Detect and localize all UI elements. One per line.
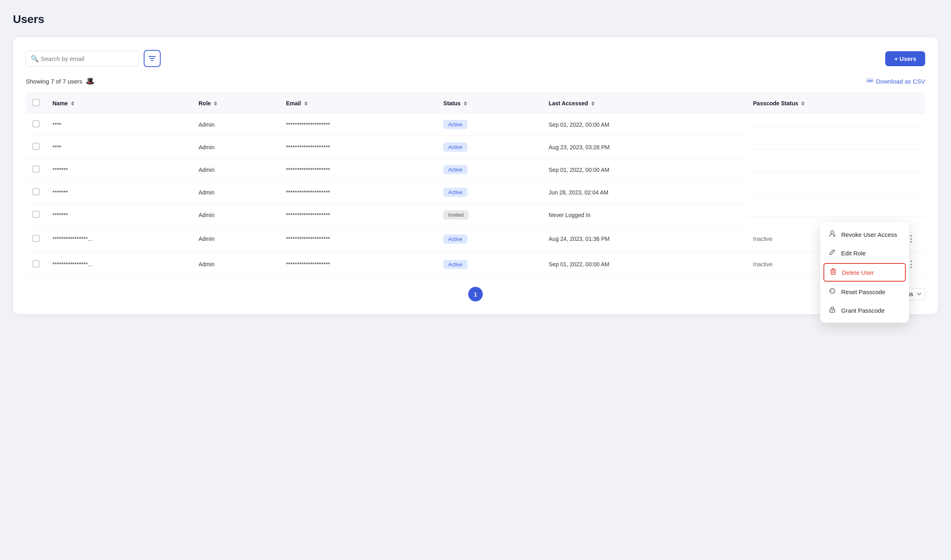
- menu-item-edit-role[interactable]: Edit Role: [820, 244, 909, 262]
- row-checkbox[interactable]: [32, 188, 40, 195]
- col-status[interactable]: Status: [437, 93, 542, 113]
- meta-row: Showing 7 of 7 users 🎩 CSV Download as C…: [26, 77, 925, 86]
- status-badge: Active: [443, 120, 467, 129]
- table-row: ****************... Admin **************…: [26, 252, 925, 277]
- table-row: ****************... Admin **************…: [26, 226, 925, 252]
- edit-icon: [828, 249, 836, 257]
- menu-item-delete-user-label: Delete User: [842, 269, 874, 276]
- menu-item-reset-passcode[interactable]: Reset Passcode: [820, 282, 909, 301]
- row-status: Active: [437, 159, 542, 181]
- col-last-accessed[interactable]: Last Accessed: [542, 93, 746, 113]
- lock-icon: [828, 306, 836, 315]
- row-status: Active: [437, 136, 542, 159]
- context-menu: Revoke User Access Edit Role: [820, 222, 909, 323]
- status-badge: Active: [443, 142, 467, 152]
- row-name: ****************...: [46, 226, 192, 252]
- row-passcode-cell: [747, 159, 925, 172]
- row-checkbox[interactable]: [32, 120, 40, 127]
- last-accessed-sort-icon: [591, 101, 595, 106]
- download-label: Download as CSV: [876, 78, 925, 85]
- toolbar: 🔍 + Users: [26, 50, 925, 67]
- svg-point-14: [832, 310, 833, 311]
- svg-text:CSV: CSV: [867, 79, 873, 82]
- row-last-accessed: Aug 23, 2023, 03:28 PM: [542, 136, 746, 159]
- row-name: *******: [46, 159, 192, 181]
- row-checkbox-cell: [26, 113, 46, 136]
- row-last-accessed: Aug 24, 2023, 01:36 PM: [542, 226, 746, 252]
- row-email: ********************: [279, 136, 437, 159]
- reset-icon: [828, 287, 836, 296]
- row-role: Admin: [192, 252, 279, 277]
- users-table: Name Role Email: [26, 93, 925, 277]
- row-checkbox[interactable]: [32, 235, 40, 242]
- svg-point-5: [831, 231, 834, 234]
- row-status: Active: [437, 252, 542, 277]
- col-passcode-status[interactable]: Passcode Status: [747, 93, 925, 113]
- row-passcode-cell: [747, 113, 925, 127]
- row-name: ****************...: [46, 252, 192, 277]
- row-last-accessed: Sep 01, 2022, 00:00 AM: [542, 159, 746, 181]
- add-users-button[interactable]: + Users: [885, 51, 925, 66]
- row-checkbox[interactable]: [32, 143, 40, 150]
- showing-count: Showing 7 of 7 users 🎩: [26, 77, 94, 86]
- table-header-row: Name Role Email: [26, 93, 925, 113]
- status-badge: Active: [443, 234, 467, 244]
- row-status: Invited: [437, 204, 542, 226]
- row-checkbox[interactable]: [32, 260, 40, 267]
- passcode-sort-icon: [801, 101, 804, 106]
- row-checkbox-cell: [26, 204, 46, 226]
- col-email[interactable]: Email: [279, 93, 437, 113]
- users-card: 🔍 + Users Showing 7 of 7 users 🎩 CSV Dow…: [13, 37, 938, 314]
- row-passcode-cell: [747, 136, 925, 149]
- row-role: Admin: [192, 226, 279, 252]
- row-status: Active: [437, 113, 542, 136]
- svg-rect-8: [831, 270, 835, 274]
- row-last-accessed: Never Logged In: [542, 204, 746, 226]
- row-email: ********************: [279, 204, 437, 226]
- row-email: ********************: [279, 226, 437, 252]
- passcode-status-value: Inactive: [753, 236, 773, 242]
- menu-item-reset-passcode-label: Reset Passcode: [841, 288, 885, 295]
- row-checkbox[interactable]: [32, 165, 40, 173]
- table-row: ******* Admin ******************** Activ…: [26, 159, 925, 181]
- page-title: Users: [13, 13, 938, 26]
- status-sort-icon: [464, 101, 467, 106]
- status-badge: Active: [443, 260, 467, 269]
- name-sort-icon: [71, 101, 74, 106]
- revoke-icon: [828, 230, 836, 239]
- download-csv-link[interactable]: CSV Download as CSV: [866, 78, 925, 85]
- row-checkbox[interactable]: [32, 211, 40, 218]
- col-name[interactable]: Name: [46, 93, 192, 113]
- row-checkbox-cell: [26, 226, 46, 252]
- menu-item-edit-role-label: Edit Role: [841, 250, 866, 257]
- row-email: ********************: [279, 181, 437, 204]
- menu-item-delete-user[interactable]: Delete User: [823, 263, 906, 282]
- row-last-accessed: Sep 01, 2022, 00:00 AM: [542, 113, 746, 136]
- row-name: *******: [46, 204, 192, 226]
- filter-button[interactable]: [144, 50, 161, 67]
- menu-item-revoke-label: Revoke User Access: [841, 231, 897, 238]
- menu-item-grant-passcode[interactable]: Grant Passcode: [820, 301, 909, 320]
- role-sort-icon: [214, 101, 217, 106]
- page-1-button[interactable]: 1: [468, 287, 483, 301]
- select-all-checkbox[interactable]: [32, 99, 40, 106]
- row-role: Admin: [192, 113, 279, 136]
- showing-text-label: Showing 7 of 7 users: [26, 78, 82, 85]
- col-role[interactable]: Role: [192, 93, 279, 113]
- menu-item-grant-passcode-label: Grant Passcode: [841, 307, 885, 314]
- search-input[interactable]: [26, 51, 139, 67]
- table-body: **** Admin ******************** Active S…: [26, 113, 925, 277]
- row-checkbox-cell: [26, 159, 46, 181]
- row-status: Active: [437, 226, 542, 252]
- row-checkbox-cell: [26, 136, 46, 159]
- row-name: *******: [46, 181, 192, 204]
- row-last-accessed: Jun 28, 2023, 02:04 AM: [542, 181, 746, 204]
- csv-icon: CSV: [866, 78, 873, 84]
- search-wrapper: 🔍: [26, 51, 139, 67]
- row-passcode-cell: [747, 181, 925, 194]
- menu-item-revoke[interactable]: Revoke User Access: [820, 225, 909, 244]
- row-role: Admin: [192, 136, 279, 159]
- row-email: ********************: [279, 159, 437, 181]
- row-checkbox-cell: [26, 181, 46, 204]
- row-name: ****: [46, 113, 192, 136]
